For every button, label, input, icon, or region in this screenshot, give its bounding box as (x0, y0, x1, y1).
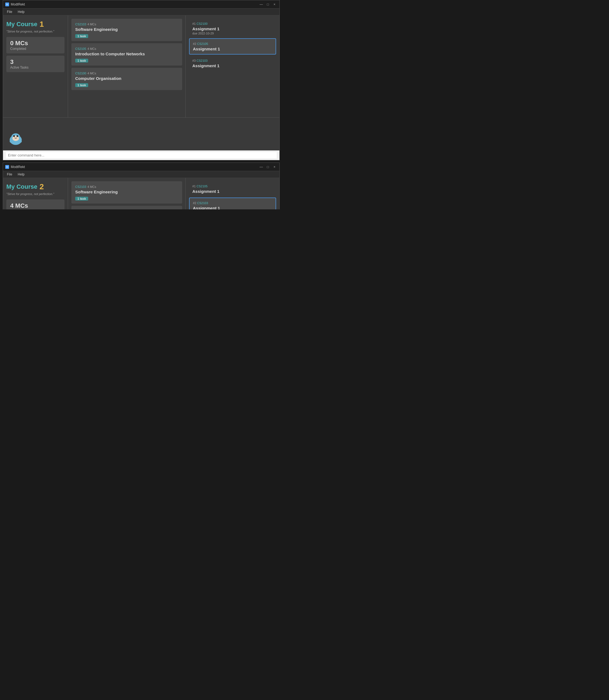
sidebar-quote-1: "Strive for progress, not perfection." (6, 30, 65, 33)
right-column-2: #1 CS2105 Assignment 1 #2 CS2103 Assignm… (186, 178, 279, 209)
course-card-cs2105-2: CS2105 4 MCs Introduction to Computer Ne… (71, 206, 182, 209)
window-controls-2: — □ × (259, 165, 277, 169)
menu-file-1[interactable]: File (6, 10, 13, 14)
course-name-cs2105-1: Introduction to Computer Networks (75, 52, 178, 56)
middle-column-2: CS2103 4 MCs Software Engineering 1 task… (68, 178, 186, 209)
course-card-cs2103-1: CS2103 4 MCs Software Engineering 1 task (71, 19, 182, 41)
title-bar-1: M ModtRekt — □ × (3, 0, 279, 8)
task-name-2-1: Assignment 1 (193, 47, 272, 51)
title-bar-left-1: M ModtRekt (5, 2, 25, 6)
stat-tasks-value-1: 3 (10, 58, 60, 66)
task-code-1-1: CS2100 (196, 22, 208, 25)
menu-file-2[interactable]: File (6, 172, 13, 177)
task-header-2-2: #2 CS2103 (193, 200, 272, 205)
course-title-2: My Course (6, 183, 37, 190)
stat-mcs-value-2: 4 MCs (10, 202, 60, 209)
course-card-cs2100-1: CS2100 4 MCs Computer Organisation 1 tas… (71, 68, 182, 90)
course-name-cs2103-2: Software Engineering (75, 190, 178, 194)
svg-point-4 (17, 135, 18, 137)
svg-point-5 (10, 140, 13, 143)
main-content-2: My Course 2 "Strive for progress, not pe… (3, 178, 279, 209)
svg-point-6 (18, 140, 22, 143)
course-header-cs2105-2: CS2105 4 MCs (75, 209, 178, 209)
task-num-2-1: #2 (193, 42, 197, 46)
course-code-cs2100-1: CS2100 (75, 72, 86, 75)
task-code-1-2: CS2105 (196, 185, 208, 188)
app-icon-2: M (5, 165, 9, 169)
command-bar-1[interactable] (3, 151, 279, 160)
stat-tasks-label-1: Active Tasks (10, 66, 60, 69)
course-mcs-cs2100-1: 4 MCs (87, 72, 96, 75)
stat-card-tasks-1: 3 Active Tasks (6, 56, 65, 72)
window-title-1: ModtRekt (11, 2, 25, 6)
window-title-2: ModtRekt (11, 165, 25, 169)
sidebar-title-1: My Course 1 (6, 20, 65, 29)
task-name-1-2: Assignment 1 (192, 189, 273, 194)
task-item-2-1: #2 CS2105 Assignment 1 (189, 38, 276, 55)
course-mcs-cs2103-1: 4 MCs (87, 22, 96, 26)
task-item-2-2: #2 CS2103 Assignment 1 (189, 197, 276, 209)
task-num-3-1: #3 (192, 59, 196, 62)
course-mcs-cs2103-2: 4 MCs (87, 185, 96, 189)
right-column-1: #1 CS2100 Assignment 1 due 2022-10-29 #2… (186, 15, 279, 117)
menu-bar-2: File Help (3, 171, 279, 178)
task-header-1-1: #1 CS2100 (192, 21, 273, 26)
minimize-button-2[interactable]: — (259, 165, 264, 169)
window-number-1: 1 (39, 20, 44, 29)
task-item-3-1: #3 CS2103 Assignment 1 (189, 56, 276, 71)
course-code-cs2105-1: CS2105 (75, 47, 86, 50)
stat-card-mcs-2: 4 MCs Completed (6, 199, 65, 209)
course-header-cs2105-1: CS2105 4 MCs (75, 46, 178, 51)
course-header-cs2103-2: CS2103 4 MCs (75, 184, 178, 189)
close-button-1[interactable]: × (272, 2, 277, 6)
menu-bar-1: File Help (3, 8, 279, 15)
task-num-2-2: #2 (193, 202, 197, 205)
task-due-1-1: due 2022-10-29 (192, 32, 273, 35)
maximize-button-2[interactable]: □ (265, 165, 271, 169)
task-name-3-1: Assignment 1 (192, 63, 273, 68)
stat-card-mcs-1: 0 MCs Completed (6, 37, 65, 53)
stat-mcs-value-1: 0 MCs (10, 40, 60, 47)
svg-point-3 (13, 135, 15, 137)
course-tag-cs2103-2: 1 task (75, 197, 88, 200)
task-header-1-2: #1 CS2105 (192, 183, 273, 189)
course-card-cs2105-1: CS2105 4 MCs Introduction to Computer Ne… (71, 43, 182, 66)
title-bar-2: M ModtRekt — □ × (3, 163, 279, 171)
task-code-3-1: CS2103 (196, 59, 208, 62)
stat-mcs-label-1: Completed (10, 47, 60, 51)
maximize-button-1[interactable]: □ (265, 2, 271, 6)
task-name-1-1: Assignment 1 (192, 27, 273, 31)
menu-help-2[interactable]: Help (17, 172, 25, 177)
task-header-2-1: #2 CS2105 (193, 41, 272, 46)
course-card-cs2103-2: CS2103 4 MCs Software Engineering 1 task (71, 181, 182, 204)
task-code-2-2: CS2103 (197, 202, 208, 205)
sidebar-quote-2: "Strive for progress, not perfection." (6, 192, 65, 196)
course-title-1: My Course (6, 21, 37, 28)
task-name-2-2: Assignment 1 (193, 206, 272, 209)
sidebar-1: My Course 1 "Strive for progress, not pe… (3, 15, 68, 117)
middle-column-1: CS2103 4 MCs Software Engineering 1 task… (68, 15, 186, 117)
task-num-1-2: #1 (192, 185, 196, 188)
task-item-1-2: #1 CS2105 Assignment 1 (189, 181, 276, 196)
title-bar-left-2: M ModtRekt (5, 165, 25, 169)
close-button-2[interactable]: × (272, 165, 277, 169)
minimize-button-1[interactable]: — (259, 2, 264, 6)
window-1: M ModtRekt — □ × File Help My Course 1 "… (3, 0, 280, 160)
mascot-1 (7, 129, 24, 146)
window-number-2: 2 (39, 182, 44, 191)
command-input-1[interactable] (6, 152, 277, 158)
window-2: M ModtRekt — □ × File Help My Course 2 "… (3, 162, 280, 209)
message-area-1 (3, 117, 279, 151)
task-code-2-1: CS2105 (197, 42, 208, 46)
course-name-cs2103-1: Software Engineering (75, 27, 178, 32)
course-header-1: CS2103 4 MCs (75, 21, 178, 27)
course-tag-cs2105-1: 1 task (75, 59, 88, 63)
course-tag-cs2100-1: 1 task (75, 83, 88, 87)
task-item-1-1: #1 CS2100 Assignment 1 due 2022-10-29 (189, 19, 276, 37)
course-tag-cs2103-1: 1 task (75, 34, 88, 38)
course-code-cs2103-1: CS2103 (75, 22, 86, 26)
menu-help-1[interactable]: Help (17, 10, 25, 14)
sidebar-2: My Course 2 "Strive for progress, not pe… (3, 178, 68, 209)
task-num-1-1: #1 (192, 22, 196, 25)
course-header-cs2100-1: CS2100 4 MCs (75, 71, 178, 75)
